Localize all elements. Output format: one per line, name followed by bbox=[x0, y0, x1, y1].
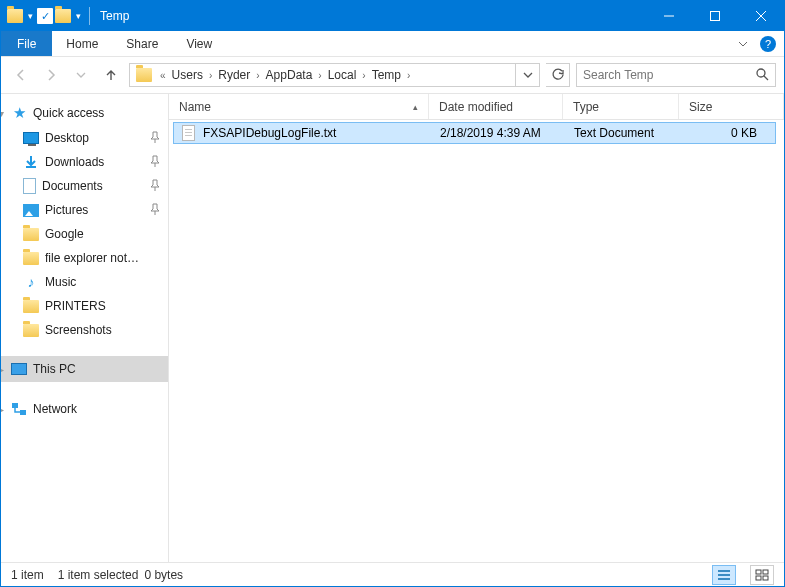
app-menu-chevron-icon[interactable]: ▾ bbox=[25, 11, 35, 21]
recent-locations-button[interactable] bbox=[69, 63, 93, 87]
qat-customize-chevron-icon[interactable]: ▾ bbox=[73, 11, 83, 21]
chevron-down-icon[interactable]: ▾ bbox=[1, 108, 4, 119]
forward-button[interactable] bbox=[39, 63, 63, 87]
pin-icon bbox=[150, 131, 160, 146]
status-selection: 1 item selected bbox=[58, 568, 139, 582]
close-button[interactable] bbox=[738, 1, 784, 31]
breadcrumb-temp[interactable]: Temp bbox=[368, 68, 405, 82]
content-area: ▾ ★ Quick access DesktopDownloadsDocumen… bbox=[1, 93, 784, 562]
breadcrumb-appdata[interactable]: AppData bbox=[262, 68, 317, 82]
sidebar-item[interactable]: Downloads bbox=[1, 150, 168, 174]
sidebar-quick-access[interactable]: ▾ ★ Quick access bbox=[1, 100, 168, 126]
maximize-button[interactable] bbox=[692, 1, 738, 31]
app-icon bbox=[7, 9, 23, 23]
svg-rect-0 bbox=[711, 12, 720, 21]
sidebar-item-label: Documents bbox=[42, 179, 103, 193]
star-icon: ★ bbox=[11, 105, 27, 121]
tab-home[interactable]: Home bbox=[52, 31, 112, 56]
chevron-right-icon[interactable]: › bbox=[405, 70, 412, 81]
sort-asc-icon: ▴ bbox=[413, 102, 418, 112]
svg-point-1 bbox=[757, 69, 765, 77]
svg-rect-4 bbox=[756, 570, 761, 574]
status-item-count: 1 item bbox=[11, 568, 44, 582]
chevron-right-icon[interactable]: › bbox=[254, 70, 261, 81]
title-bar: ▾ ✓ ▾ Temp bbox=[1, 1, 784, 31]
svg-rect-3 bbox=[20, 410, 26, 415]
file-size: 0 KB bbox=[680, 126, 775, 140]
downloads-icon bbox=[23, 154, 39, 170]
sidebar-item-label: This PC bbox=[33, 362, 76, 376]
column-header-type[interactable]: Type bbox=[563, 94, 679, 119]
tab-share[interactable]: Share bbox=[112, 31, 172, 56]
breadcrumb-local[interactable]: Local bbox=[324, 68, 361, 82]
navigation-pane: ▾ ★ Quick access DesktopDownloadsDocumen… bbox=[1, 94, 169, 562]
search-icon[interactable] bbox=[755, 67, 769, 84]
column-label: Name bbox=[179, 100, 211, 114]
arrow-right-icon bbox=[43, 67, 59, 83]
back-button[interactable] bbox=[9, 63, 33, 87]
chevron-right-icon[interactable]: ▸ bbox=[1, 364, 4, 375]
sidebar-item[interactable]: Pictures bbox=[1, 198, 168, 222]
column-header-name[interactable]: Name ▴ bbox=[169, 94, 429, 119]
folder-icon bbox=[23, 300, 39, 313]
sidebar-this-pc[interactable]: ▸ This PC bbox=[1, 356, 168, 382]
address-folder-icon bbox=[136, 68, 152, 82]
svg-rect-6 bbox=[756, 576, 761, 580]
sidebar-item[interactable]: Desktop bbox=[1, 126, 168, 150]
file-name: FXSAPIDebugLogFile.txt bbox=[203, 126, 336, 140]
pin-icon bbox=[150, 179, 160, 194]
qat-newfolder-button[interactable] bbox=[55, 9, 71, 23]
thumbnails-view-icon bbox=[755, 569, 769, 581]
music-icon: ♪ bbox=[23, 274, 39, 290]
explorer-window: ▾ ✓ ▾ Temp File Home Share View ? bbox=[0, 0, 785, 587]
address-history-button[interactable] bbox=[515, 64, 539, 86]
column-header-date[interactable]: Date modified bbox=[429, 94, 563, 119]
help-button[interactable]: ? bbox=[760, 36, 776, 52]
breadcrumb-ryder[interactable]: Ryder bbox=[214, 68, 254, 82]
file-type: Text Document bbox=[564, 126, 680, 140]
chevron-right-icon[interactable]: › bbox=[207, 70, 214, 81]
pc-icon bbox=[11, 363, 27, 375]
sidebar-item[interactable]: file explorer not responding bbox=[1, 246, 168, 270]
chevron-right-icon[interactable]: › bbox=[316, 70, 323, 81]
breadcrumb-users[interactable]: Users bbox=[168, 68, 207, 82]
minimize-button[interactable] bbox=[646, 1, 692, 31]
sidebar-item-label: Network bbox=[33, 402, 77, 416]
sidebar-item-label: Quick access bbox=[33, 106, 104, 120]
file-list[interactable]: FXSAPIDebugLogFile.txt2/18/2019 4:39 AMT… bbox=[169, 120, 784, 562]
tab-view[interactable]: View bbox=[172, 31, 226, 56]
folder-icon bbox=[23, 228, 39, 241]
sidebar-item[interactable]: Screenshots bbox=[1, 318, 168, 342]
file-row[interactable]: FXSAPIDebugLogFile.txt2/18/2019 4:39 AMT… bbox=[173, 122, 776, 144]
status-bytes: 0 bytes bbox=[144, 568, 183, 582]
address-bar[interactable]: « Users› Ryder› AppData› Local› Temp› bbox=[129, 63, 540, 87]
up-button[interactable] bbox=[99, 63, 123, 87]
minimize-icon bbox=[664, 11, 674, 21]
sidebar-item-label: Music bbox=[45, 275, 76, 289]
pin-icon bbox=[150, 155, 160, 170]
sidebar-item[interactable]: Google bbox=[1, 222, 168, 246]
refresh-icon bbox=[551, 68, 565, 82]
sidebar-item[interactable]: Documents bbox=[1, 174, 168, 198]
thumbnails-view-button[interactable] bbox=[750, 565, 774, 585]
sidebar-network[interactable]: ▸ Network bbox=[1, 396, 168, 422]
chevron-right-icon[interactable]: › bbox=[360, 70, 367, 81]
chevron-right-icon[interactable]: ▸ bbox=[1, 404, 4, 415]
chevron-down-icon bbox=[523, 70, 533, 80]
desktop-icon bbox=[23, 132, 39, 144]
refresh-button[interactable] bbox=[546, 63, 570, 87]
folder-icon bbox=[23, 252, 39, 265]
details-view-icon bbox=[717, 569, 731, 581]
sidebar-item[interactable]: ♪Music bbox=[1, 270, 168, 294]
search-box[interactable]: Search Temp bbox=[576, 63, 776, 87]
sidebar-item[interactable]: PRINTERS bbox=[1, 294, 168, 318]
close-icon bbox=[756, 11, 766, 21]
breadcrumb-prefix[interactable]: « bbox=[158, 70, 168, 81]
sidebar-item-label: Desktop bbox=[45, 131, 89, 145]
file-tab[interactable]: File bbox=[1, 31, 52, 56]
column-header-size[interactable]: Size bbox=[679, 94, 784, 119]
svg-rect-2 bbox=[12, 403, 18, 408]
details-view-button[interactable] bbox=[712, 565, 736, 585]
qat-properties-button[interactable]: ✓ bbox=[37, 8, 53, 24]
ribbon-collapse-button[interactable] bbox=[730, 31, 756, 56]
